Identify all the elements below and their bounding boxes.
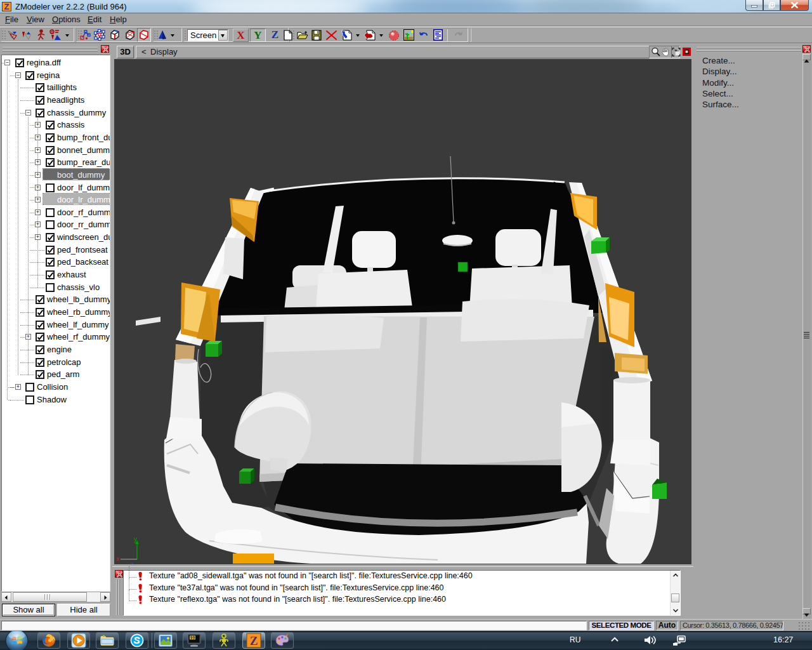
svg-text:99: 99 <box>190 636 195 640</box>
svg-text:y: y <box>134 536 137 543</box>
svg-text:x: x <box>116 555 119 562</box>
svg-text:Z: Z <box>250 634 258 647</box>
